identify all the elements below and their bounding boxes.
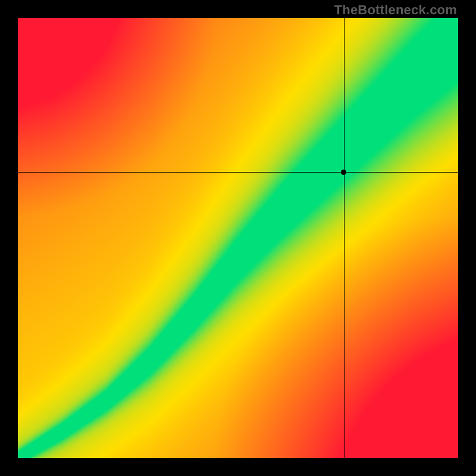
watermark-text: TheBottleneck.com	[334, 2, 457, 18]
heatmap-plot	[18, 18, 458, 458]
heatmap-canvas	[18, 18, 458, 458]
chart-frame: TheBottleneck.com	[0, 0, 476, 476]
